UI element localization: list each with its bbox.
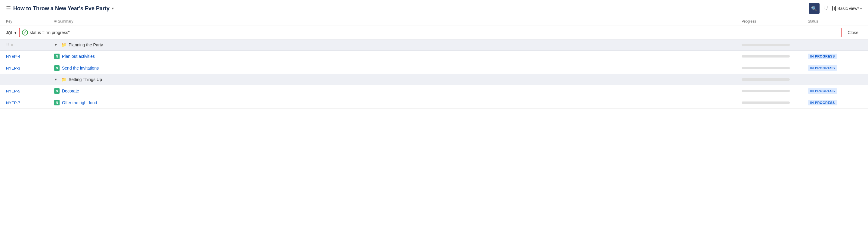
view-chevron-icon: ▾ — [860, 7, 862, 10]
folder-icon: 📁 — [61, 42, 66, 47]
search-icon: 🔍 — [811, 6, 817, 11]
view-icon — [832, 6, 836, 11]
col-header-progress: Progress — [742, 19, 808, 24]
title-chevron-icon[interactable]: ▾ — [112, 6, 114, 10]
drag-handle-icon[interactable]: ⠿ — [6, 42, 9, 47]
key-cell-nyep4: NYEP-4 — [6, 54, 54, 59]
column-headers: Key ≡ Summary Progress Status — [0, 17, 868, 26]
group-summary-planning: ▼ 📁 Planning the Party — [54, 42, 742, 47]
status-badge-nyep3: IN PROGRESS — [808, 65, 837, 71]
breadcrumb-icon: ☰ — [6, 5, 11, 12]
summary-text-nyep3[interactable]: Send the invitations — [62, 66, 99, 70]
key-link-nyep3[interactable]: NYEP-3 — [6, 66, 20, 70]
summary-cell-nyep5: N Decorate — [54, 88, 742, 94]
group-row-planning: ⠿ ▼ 📁 Planning the Party — [0, 39, 868, 51]
folder-setup-icon: 📁 — [61, 77, 66, 82]
status-cell-nyep4: IN PROGRESS — [808, 54, 862, 59]
status-badge-nyep5: IN PROGRESS — [808, 88, 837, 94]
summary-sort-icon: ≡ — [54, 19, 57, 24]
key-cell-nyep5: NYEP-5 — [6, 89, 54, 93]
table-row: NYEP-7 N Offer the right food IN PROGRES… — [0, 97, 868, 109]
group-progress-setup — [742, 78, 808, 81]
filter-check-icon: ✓ — [22, 30, 28, 35]
progress-bar-bg — [742, 44, 790, 46]
group-name-setup: Setting Things Up — [69, 77, 102, 82]
group-row-setup: ▼ 📁 Setting Things Up — [0, 74, 868, 85]
header-left: ☰ How to Throw a New Year's Eve Party ▾ — [6, 5, 114, 12]
key-link-nyep4[interactable]: NYEP-4 — [6, 54, 20, 59]
filter-row: JQL ▾ ✓ status = "in progress" Close — [0, 26, 868, 39]
group-name-planning: Planning the Party — [69, 42, 103, 47]
jql-selector[interactable]: JQL ▾ — [6, 30, 17, 35]
header: ☰ How to Throw a New Year's Eve Party ▾ … — [0, 0, 868, 17]
progress-bar-bg-setup — [742, 78, 790, 81]
task-icon-nyep3: N — [54, 65, 60, 71]
summary-text-nyep7[interactable]: Offer the right food — [62, 100, 97, 105]
group-summary-setup: ▼ 📁 Setting Things Up — [54, 77, 742, 82]
close-button[interactable]: Close — [844, 29, 862, 36]
table-row: NYEP-3 N Send the invitations IN PROGRES… — [0, 62, 868, 74]
summary-text-nyep5[interactable]: Decorate — [62, 89, 79, 93]
task-icon-nyep5: N — [54, 88, 60, 94]
col-header-key: Key — [6, 19, 54, 24]
filter-value[interactable]: status = "in progress" — [30, 30, 70, 35]
progress-bar-bg-nyep4 — [742, 55, 790, 58]
search-button[interactable]: 🔍 — [809, 3, 819, 14]
key-cell-nyep7: NYEP-7 — [6, 100, 54, 105]
group-progress-planning — [742, 44, 808, 46]
header-right: 🔍 ⛉ Basic view* ▾ — [809, 3, 862, 14]
group-row-grip: ⠿ — [6, 42, 54, 47]
filter-input-wrap: ✓ status = "in progress" — [19, 28, 841, 37]
progress-bar-bg-nyep5 — [742, 90, 790, 92]
summary-cell-nyep7: N Offer the right food — [54, 100, 742, 106]
group-chevron-icon[interactable]: ▼ — [54, 43, 58, 47]
jql-label: JQL — [6, 30, 13, 35]
status-cell-nyep3: IN PROGRESS — [808, 65, 862, 71]
row-dot-icon — [11, 44, 13, 46]
page-title: How to Throw a New Year's Eve Party — [13, 5, 110, 12]
progress-cell-nyep3 — [742, 67, 808, 69]
group-chevron-setup-icon[interactable]: ▼ — [54, 78, 58, 81]
task-icon-nyep4: N — [54, 54, 60, 59]
key-cell-nyep3: NYEP-3 — [6, 66, 54, 70]
key-link-nyep5[interactable]: NYEP-5 — [6, 89, 20, 93]
view-selector[interactable]: Basic view* ▾ — [832, 6, 862, 11]
filter-icon: ⛉ — [823, 5, 829, 11]
table-body: ⠿ ▼ 📁 Planning the Party NYEP-4 N Plan o… — [0, 39, 868, 109]
table-row: NYEP-5 N Decorate IN PROGRESS — [0, 85, 868, 97]
progress-bar-bg-nyep7 — [742, 101, 790, 104]
jql-chevron-icon: ▾ — [14, 30, 17, 35]
status-cell-nyep7: IN PROGRESS — [808, 100, 862, 106]
progress-bar-bg-nyep3 — [742, 67, 790, 69]
summary-cell-nyep4: N Plan out activities — [54, 54, 742, 59]
status-badge-nyep4: IN PROGRESS — [808, 54, 837, 59]
task-icon-nyep7: N — [54, 100, 60, 106]
progress-cell-nyep7 — [742, 101, 808, 104]
status-badge-nyep7: IN PROGRESS — [808, 100, 837, 106]
filter-button[interactable]: ⛉ — [823, 5, 829, 12]
status-cell-nyep5: IN PROGRESS — [808, 88, 862, 94]
view-label: Basic view* — [837, 6, 859, 11]
col-header-summary: ≡ Summary — [54, 19, 742, 24]
col-header-status: Status — [808, 19, 862, 24]
summary-text-nyep4[interactable]: Plan out activities — [62, 54, 95, 59]
summary-cell-nyep3: N Send the invitations — [54, 65, 742, 71]
key-link-nyep7[interactable]: NYEP-7 — [6, 100, 20, 105]
progress-cell-nyep4 — [742, 55, 808, 58]
progress-cell-nyep5 — [742, 90, 808, 92]
table-row: NYEP-4 N Plan out activities IN PROGRESS — [0, 51, 868, 62]
